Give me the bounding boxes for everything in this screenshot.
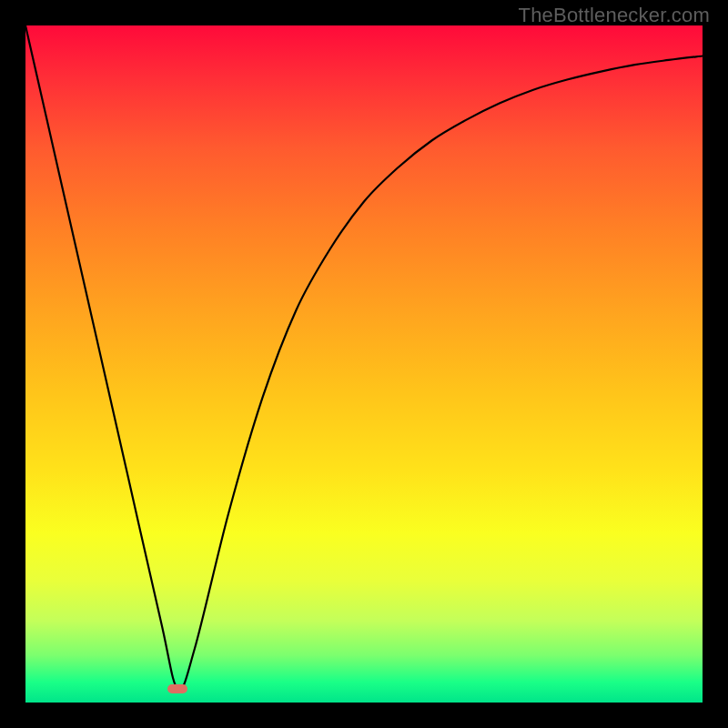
bottleneck-curve: [25, 25, 703, 703]
minimum-marker: [167, 684, 187, 693]
plot-area: [25, 25, 703, 703]
watermark-text: TheBottlenecker.com: [519, 4, 710, 27]
chart-frame: TheBottlenecker.com: [0, 0, 728, 728]
